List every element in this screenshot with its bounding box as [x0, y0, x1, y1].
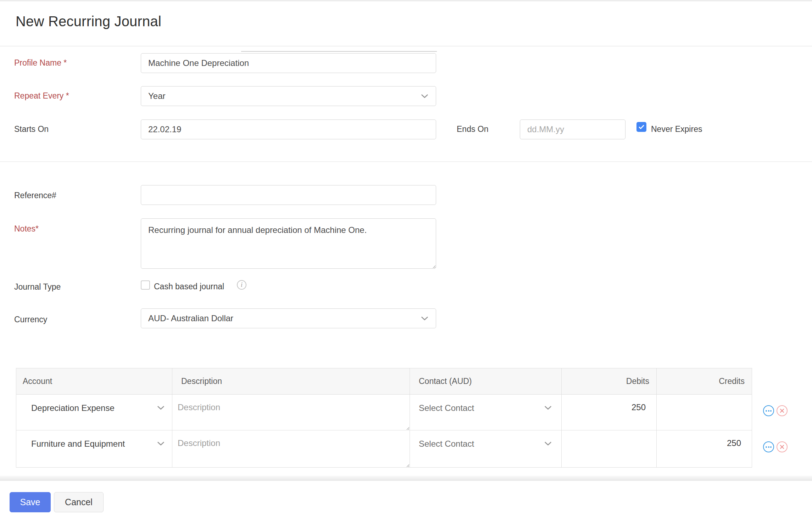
journal-lines-table: Account Description Contact (AUD) Debits… [16, 368, 752, 468]
save-button[interactable]: Save [10, 492, 51, 512]
chevron-down-icon [157, 442, 164, 446]
column-header-credits: Credits [657, 368, 752, 394]
column-header-contact: Contact (AUD) [410, 368, 562, 394]
footer-divider [0, 476, 812, 481]
contact-value: Select Contact [419, 439, 474, 449]
contact-value: Select Contact [419, 403, 474, 413]
currency-value: AUD- Australian Dollar [148, 313, 233, 323]
chevron-down-icon [421, 317, 428, 320]
cash-based-journal-checkbox[interactable] [141, 280, 150, 290]
column-header-description: Description [172, 368, 410, 394]
credits-cell[interactable] [657, 395, 752, 430]
row-more-options-icon[interactable] [763, 441, 774, 452]
row-actions [763, 441, 788, 452]
table-row: Furniture and Equipment Select Contact 2… [16, 430, 752, 467]
starts-on-label: Starts On [14, 124, 49, 134]
currency-label: Currency [14, 314, 47, 325]
row-more-options-icon[interactable] [763, 405, 774, 416]
credits-cell[interactable]: 250 [657, 430, 752, 467]
repeat-every-value: Year [148, 91, 166, 101]
info-icon[interactable]: i [237, 280, 246, 290]
ends-on-input[interactable] [520, 119, 625, 139]
repeat-every-select[interactable]: Year [141, 86, 436, 106]
never-expires-label[interactable]: Never Expires [651, 124, 702, 134]
column-header-debits: Debits [562, 368, 657, 394]
description-cell [172, 395, 410, 430]
account-select[interactable]: Furniture and Equipment [16, 430, 172, 467]
account-value: Depreciation Expense [31, 403, 115, 413]
row-remove-icon[interactable] [777, 405, 788, 416]
contact-select[interactable]: Select Contact [410, 395, 562, 430]
journal-type-label: Journal Type [14, 281, 61, 292]
chevron-down-icon [157, 406, 164, 410]
description-textarea[interactable] [172, 395, 410, 430]
column-header-account: Account [16, 368, 172, 394]
reference-label: Reference# [14, 190, 56, 201]
profile-name-input[interactable] [141, 53, 436, 73]
header-divider [0, 46, 812, 46]
window-top-edge [0, 0, 812, 1]
check-icon [639, 125, 644, 129]
page-title: New Recurring Journal [16, 13, 161, 29]
never-expires-checkbox[interactable] [636, 122, 646, 132]
section-divider [0, 161, 812, 162]
account-value: Furniture and Equipment [31, 439, 125, 449]
table-row: Depreciation Expense Select Contact 250 [16, 395, 752, 430]
description-textarea[interactable] [172, 430, 410, 467]
description-cell [172, 430, 410, 467]
cancel-button[interactable]: Cancel [54, 492, 104, 512]
notes-label: Notes* [14, 223, 39, 234]
debits-cell[interactable] [562, 430, 657, 467]
ends-on-label: Ends On [457, 124, 489, 134]
new-recurring-journal-page: New Recurring Journal Profile Name * Rep… [0, 0, 812, 524]
row-remove-icon[interactable] [777, 441, 788, 452]
notes-textarea[interactable]: Recurring journal for annual depreciatio… [141, 218, 436, 269]
starts-on-input[interactable] [141, 119, 436, 139]
reference-input[interactable] [141, 185, 436, 205]
cash-based-journal-label[interactable]: Cash based journal [154, 281, 224, 292]
debits-cell[interactable]: 250 [562, 395, 657, 430]
table-header-row: Account Description Contact (AUD) Debits… [16, 368, 752, 395]
repeat-every-label: Repeat Every * [14, 90, 69, 101]
account-select[interactable]: Depreciation Expense [16, 395, 172, 430]
chevron-down-icon [545, 406, 551, 410]
row-actions [763, 405, 788, 416]
currency-select[interactable]: AUD- Australian Dollar [141, 308, 436, 328]
chevron-down-icon [545, 442, 551, 446]
contact-select[interactable]: Select Contact [410, 430, 562, 467]
profile-name-label: Profile Name * [14, 57, 67, 68]
chevron-down-icon [421, 94, 428, 98]
